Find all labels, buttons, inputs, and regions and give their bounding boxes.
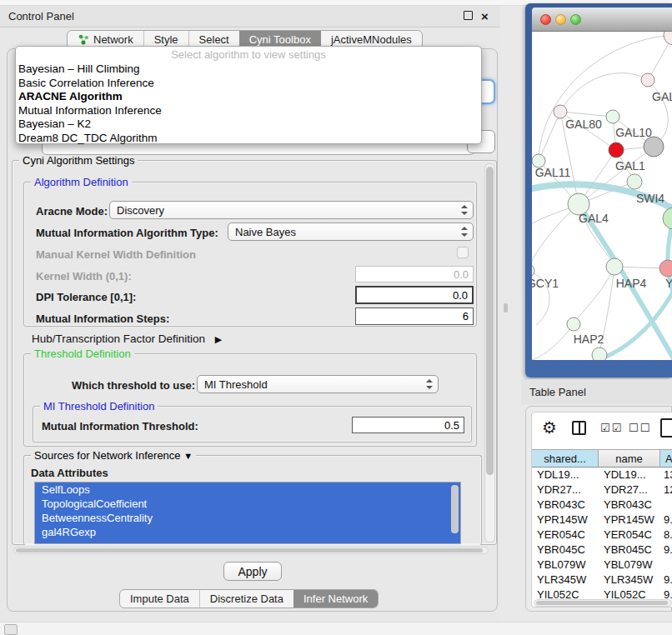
tab-select-label: Select xyxy=(199,33,229,46)
float-window-icon[interactable] xyxy=(464,11,473,20)
table-row[interactable]: YBR045C YBR045C 9. xyxy=(532,542,672,558)
dpi-tolerance-value: 0.0 xyxy=(453,289,468,302)
which-threshold-value: MI Threshold xyxy=(204,378,268,391)
attribute-item[interactable]: TopologicalCoefficient xyxy=(35,497,460,511)
minimize-traffic-light[interactable] xyxy=(555,14,566,25)
network-icon xyxy=(78,34,89,45)
attributes-scrollbar[interactable] xyxy=(451,485,459,533)
sources-group-title: Sources for Network Inference ▼ xyxy=(31,449,196,462)
table-panel-header: Table Panel xyxy=(521,379,672,404)
scrollbar-thumb[interactable] xyxy=(536,601,668,605)
dropdown-prompt: Select algorithm to view settings xyxy=(16,48,481,62)
attribute-item[interactable]: SelfLoops xyxy=(35,482,460,497)
node-label: GAL10 xyxy=(615,126,652,139)
cell: YDR27... xyxy=(599,482,660,498)
network-node[interactable] xyxy=(664,32,672,45)
manual-kernel-label: Manual Kernel Width Definition xyxy=(36,248,196,261)
cell: YBR043C xyxy=(532,498,599,512)
mi-type-value: Naive Bayes xyxy=(235,226,296,238)
network-node-gal80[interactable] xyxy=(554,105,567,118)
tab-impute-data[interactable]: Impute Data xyxy=(120,590,199,608)
dropdown-item[interactable]: Mutual Information Inference xyxy=(16,104,481,118)
collapse-down-icon[interactable]: ▼ xyxy=(183,451,193,461)
combo-stepper-icon xyxy=(460,227,468,237)
table-header-row: shared... name A xyxy=(532,449,672,468)
dropdown-item-selected[interactable]: ARACNE Algorithm xyxy=(16,90,481,104)
tab-jactivemnodules-label: jActiveMNodules xyxy=(331,33,412,46)
gear-icon[interactable]: ⚙ xyxy=(542,418,557,438)
sources-title-text: Sources for Network Inference xyxy=(34,449,181,462)
cell: 12 xyxy=(660,482,672,498)
column-header-name[interactable]: name xyxy=(599,449,660,468)
table-horizontal-scrollbar[interactable] xyxy=(534,599,672,607)
grip-square[interactable] xyxy=(4,624,18,635)
table-row[interactable]: YDL19... YDL19... 13 xyxy=(532,468,672,482)
combo-stepper-icon xyxy=(425,379,433,389)
table-row[interactable]: YER054C YER054C 8. xyxy=(532,528,672,542)
dropdown-item[interactable]: Bayesian – K2 xyxy=(16,118,481,132)
tab-infer-network[interactable]: Infer Network xyxy=(293,590,378,608)
which-threshold-combo[interactable]: MI Threshold xyxy=(197,375,439,393)
dropdown-item[interactable]: Bayesian – Hill Climbing xyxy=(16,62,481,77)
network-node-gcy1[interactable] xyxy=(532,264,534,278)
settings-horizontal-scrollbar[interactable] xyxy=(13,547,489,554)
node-label: GCY1 xyxy=(532,277,559,290)
network-node[interactable] xyxy=(641,73,654,87)
scrollbar-thumb[interactable] xyxy=(16,548,483,552)
edge xyxy=(560,112,613,117)
aracne-mode-combo[interactable]: Discovery xyxy=(109,201,474,219)
edge xyxy=(574,267,614,324)
mi-steps-field[interactable]: 6 xyxy=(355,308,474,325)
unchecked-pair-icon[interactable]: ☐☐ xyxy=(629,422,651,434)
network-node-gal10[interactable] xyxy=(606,110,619,123)
network-graph: GAL GAL80 GAL10 GAL1 GAL11 SWI4 GAL4 GCY… xyxy=(532,32,672,360)
network-window-titlebar[interactable] xyxy=(532,8,672,32)
attribute-item[interactable]: BetweennessCentrality xyxy=(35,511,460,525)
dropdown-item[interactable]: Basic Correlation Inference xyxy=(16,77,481,91)
close-traffic-light[interactable] xyxy=(540,14,551,25)
node-label: HAP4 xyxy=(616,277,647,290)
network-node-salmon[interactable] xyxy=(659,260,672,277)
table-row[interactable]: YDR27... YDR27... 12 xyxy=(532,482,672,498)
column-header-partial[interactable]: A xyxy=(660,449,672,468)
threshold-definition-group: Threshold Definition Which threshold to … xyxy=(23,353,477,447)
network-node-hap2[interactable] xyxy=(567,318,580,331)
network-node-gray[interactable] xyxy=(644,137,664,157)
dropdown-item[interactable]: Dream8 DC_TDC Algorithm xyxy=(16,132,481,146)
network-node-swi4[interactable] xyxy=(627,174,642,189)
kernel-width-field[interactable]: 0.0 xyxy=(355,266,474,282)
table-row[interactable]: YLR345W YLR345W 9. xyxy=(532,572,672,588)
apply-button[interactable]: Apply xyxy=(223,562,282,581)
data-attributes-list[interactable]: SelfLoops TopologicalCoefficient Between… xyxy=(34,482,461,544)
control-panel-header: Control Panel xyxy=(0,6,500,28)
column-header-shared[interactable]: shared... xyxy=(532,449,599,468)
expand-right-icon[interactable]: ▶ xyxy=(215,334,222,344)
panel-splitter-grip[interactable] xyxy=(504,303,508,312)
table-row[interactable]: YPR145W YPR145W 9. xyxy=(532,512,672,528)
zoom-traffic-light[interactable] xyxy=(570,14,581,25)
tab-discretize-data[interactable]: Discretize Data xyxy=(199,590,293,608)
checked-pair-icon[interactable]: ☑☑ xyxy=(600,422,623,434)
dpi-tolerance-field[interactable]: 0.0 xyxy=(355,286,474,304)
manual-kernel-checkbox[interactable] xyxy=(457,247,469,258)
table-row[interactable]: YBR043C YBR043C xyxy=(532,498,672,512)
cell: YER054C xyxy=(599,528,660,542)
hub-section[interactable]: Hub/Transcription Factor Definition ▶ xyxy=(32,332,222,345)
settings-vertical-scrollbar[interactable] xyxy=(484,163,495,542)
split-columns-icon[interactable] xyxy=(572,421,586,435)
close-icon[interactable]: × xyxy=(481,6,489,28)
mi-threshold-field[interactable]: 0.5 xyxy=(352,417,464,433)
node-label: GAL11 xyxy=(535,166,571,179)
network-node-hap4[interactable] xyxy=(606,258,623,275)
network-node[interactable] xyxy=(592,348,607,360)
network-canvas[interactable]: GAL GAL80 GAL10 GAL1 GAL11 SWI4 GAL4 GCY… xyxy=(532,32,672,360)
network-node[interactable] xyxy=(663,208,672,229)
cell: YBL079W xyxy=(532,558,599,572)
network-node-gal1[interactable] xyxy=(609,142,624,158)
page-icon[interactable] xyxy=(660,418,672,438)
node-label: GAL80 xyxy=(565,118,602,131)
scrollbar-thumb[interactable] xyxy=(486,167,494,475)
attribute-item[interactable]: gal4RGexp xyxy=(35,525,460,539)
mi-type-combo[interactable]: Naive Bayes xyxy=(228,222,474,241)
table-row[interactable]: YBL079W YBL079W xyxy=(532,558,672,572)
